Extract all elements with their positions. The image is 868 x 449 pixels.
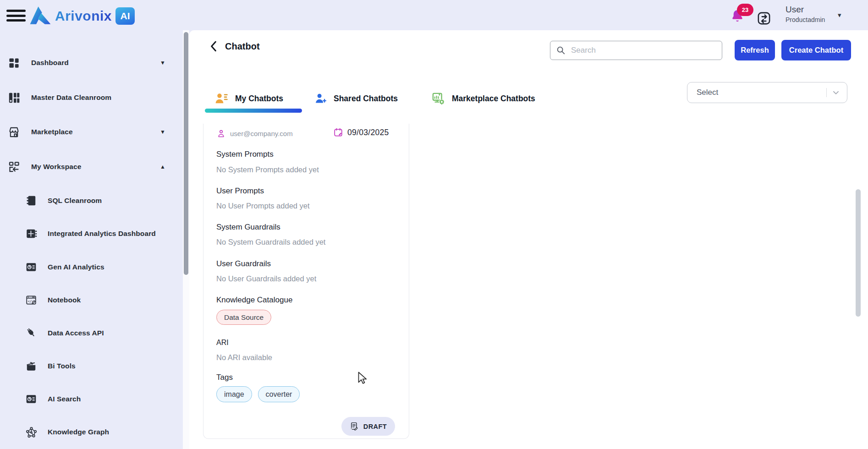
ari-title: ARI (216, 339, 229, 347)
search-box (550, 41, 722, 60)
chevron-up-icon: ▲ (160, 164, 165, 170)
plug-icon (25, 327, 38, 339)
sidebar-item-bi-tools[interactable]: Bi Tools (0, 357, 183, 375)
owner-row: user@company.com (216, 129, 293, 138)
person-icon (216, 129, 226, 138)
calendar-edit-icon (333, 127, 343, 137)
chevron-down-icon: ▼ (160, 60, 165, 66)
sidebar-item-ai-search[interactable]: AI Search (0, 390, 183, 408)
page-title: Chatbot (225, 41, 260, 52)
monitor-gear-icon (431, 92, 445, 106)
search-input[interactable] (570, 45, 716, 55)
sidebar-item-label: Knowledge Graph (48, 428, 109, 436)
hamburger-menu-icon[interactable] (6, 10, 26, 22)
switch-workspace-icon[interactable] (756, 11, 772, 26)
tag-pill: coverter (258, 386, 300, 402)
section-empty-text: No System Prompts added yet (216, 165, 319, 174)
status-label: DRAFT (363, 423, 387, 430)
data-source-pill: Data Source (216, 310, 271, 325)
tab-label: Marketplace Chatbots (452, 94, 535, 104)
section-title: System Prompts (216, 150, 274, 159)
sidebar-item-label: Marketplace (31, 128, 73, 136)
sidebar-item-label: Dashboard (31, 59, 69, 67)
knowledge-pills: Data Source (216, 310, 271, 325)
logo-mark-icon (28, 5, 52, 27)
section-empty-text: No User Guardrails added yet (216, 274, 316, 283)
sidebar-item-label: AI Search (48, 395, 81, 403)
tab-shared-chatbots[interactable]: Shared Chatbots (314, 88, 398, 109)
workspace-icon (7, 160, 20, 173)
section-title: User Guardrails (216, 259, 271, 268)
sidebar-item-label: Data Access API (48, 329, 104, 337)
sidebar-item-label: Master Data Cleanroom (31, 93, 111, 102)
tab-my-chatbots[interactable]: My Chatbots (214, 88, 283, 109)
sidebar-item-master-data-cleanroom[interactable]: Master Data Cleanroom (0, 88, 183, 107)
chart-board-icon (25, 393, 38, 405)
section-empty-text: No System Guardrails added yet (216, 238, 325, 246)
tab-marketplace-chatbots[interactable]: Marketplace Chatbots (431, 88, 535, 109)
sidebar-item-label: Integrated Analytics Dashboard (48, 230, 156, 238)
select-divider (826, 88, 827, 97)
owner-email: user@company.com (230, 130, 293, 137)
draft-document-icon (350, 422, 359, 431)
person-list-icon (214, 92, 229, 106)
sidebar-item-label: Bi Tools (48, 362, 76, 370)
chevron-down-icon (831, 88, 841, 97)
brand-name: Arivonix (55, 8, 112, 24)
notification-count-badge: 23 (737, 4, 753, 16)
journal-icon (25, 194, 38, 207)
sidebar-scrollbar-thumb[interactable] (184, 32, 188, 275)
person-plus-icon (314, 92, 327, 105)
brand-ai-badge: AI (115, 7, 135, 25)
sidebar: Dashboard ▼ Master Data Cleanroom Market… (0, 30, 189, 449)
briefcase-icon (25, 360, 38, 372)
content-scrollbar-thumb[interactable] (856, 189, 861, 317)
active-tab-indicator (205, 109, 302, 113)
chevron-left-icon (209, 40, 219, 52)
sidebar-item-label: Notebook (48, 296, 81, 304)
refresh-button[interactable]: Refresh (735, 40, 775, 60)
monitor-grid-icon (25, 227, 38, 240)
sidebar-item-integrated-analytics-dashboard[interactable]: Integrated Analytics Dashboard (0, 224, 183, 243)
filter-select[interactable]: Select (687, 82, 847, 103)
sidebar-item-notebook[interactable]: </> Notebook (0, 291, 183, 309)
tag-pill: image (216, 386, 252, 402)
create-chatbot-button[interactable]: Create Chatbot (781, 40, 851, 60)
tab-label: My Chatbots (235, 94, 283, 104)
sidebar-item-data-access-api[interactable]: Data Access API (0, 324, 183, 342)
top-header: Arivonix AI 23 User Productadmin ▾ (0, 0, 868, 30)
chatbot-card[interactable]: user@company.com 09/03/2025 System Promp… (203, 124, 409, 439)
sidebar-item-label: SQL Cleanroom (48, 197, 102, 205)
binder-grid-icon (7, 91, 20, 104)
status-badge: DRAFT (341, 417, 395, 436)
network-graph-icon (25, 426, 38, 438)
tag-pills: image coverter (216, 386, 300, 402)
sidebar-item-label: My Workspace (31, 163, 81, 171)
sidebar-item-label: Gen AI Analytics (48, 263, 104, 271)
knowledge-catalogue-title: Knowledge Catalogue (216, 296, 292, 305)
sidebar-item-marketplace[interactable]: Marketplace ▼ (0, 123, 183, 141)
brand-logo[interactable]: Arivonix AI (28, 5, 135, 27)
date-row: 09/03/2025 (333, 127, 389, 137)
sidebar-item-gen-ai-analytics[interactable]: Gen AI Analytics (0, 258, 183, 276)
dashboard-icon (7, 56, 20, 69)
code-window-icon: </> (25, 294, 38, 307)
chevron-down-icon: ▼ (160, 129, 165, 135)
section-title: System Guardrails (216, 223, 280, 232)
sidebar-item-my-workspace[interactable]: My Workspace ▲ (0, 158, 183, 176)
section-title: User Prompts (216, 186, 264, 196)
ari-empty-text: No ARI available (216, 353, 272, 362)
user-menu-caret-icon[interactable]: ▾ (838, 11, 841, 19)
filter-select-value: Select (697, 88, 826, 97)
storefront-icon (7, 126, 20, 138)
created-date: 09/03/2025 (347, 128, 389, 137)
back-button[interactable] (206, 38, 221, 54)
chart-board-icon (25, 261, 38, 274)
sidebar-item-dashboard[interactable]: Dashboard ▼ (0, 54, 183, 72)
tab-label: Shared Chatbots (334, 94, 398, 104)
sidebar-item-knowledge-graph[interactable]: Knowledge Graph (0, 423, 183, 441)
main-panel: Chatbot Refresh Create Chatbot My Chatbo… (189, 30, 868, 449)
sidebar-item-sql-cleanroom[interactable]: SQL Cleanroom (0, 192, 183, 210)
search-icon (556, 45, 566, 55)
section-empty-text: No User Prompts added yet (216, 202, 310, 210)
